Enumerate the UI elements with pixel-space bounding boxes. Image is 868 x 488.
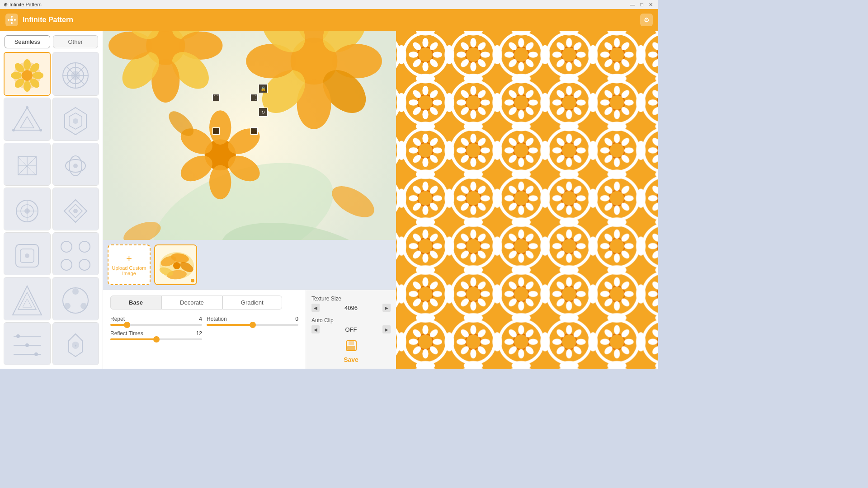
pattern-thumb-10 xyxy=(53,233,99,275)
pattern-thumb-9 xyxy=(4,233,50,275)
pattern-item-3[interactable]: ⊞ 1 P3M1 xyxy=(4,98,51,141)
rotation-value: 0 xyxy=(295,316,298,322)
reflect-times-slider-track[interactable] xyxy=(110,338,202,340)
svg-point-55 xyxy=(25,253,29,258)
minimize-button[interactable]: — xyxy=(628,2,637,8)
handle-topright[interactable] xyxy=(250,94,258,101)
save-button[interactable]: Save xyxy=(311,339,391,363)
tab-gradient[interactable]: Gradient xyxy=(222,296,282,310)
reflect-times-header: Reflect Times 12 xyxy=(110,330,202,337)
pattern-item-4[interactable]: ⚙ 2 P6M xyxy=(52,98,99,141)
canvas-area: 🔒 ↻ + Upload Custom Image xyxy=(103,31,396,369)
pattern-item-6[interactable]: ⊞ 1 PMM xyxy=(52,143,99,186)
image-strip: + Upload Custom Image xyxy=(103,240,396,290)
pattern-thumb-8 xyxy=(53,188,99,230)
close-button[interactable]: ✕ xyxy=(647,2,655,8)
auto-clip-decrease[interactable]: ◀ xyxy=(311,325,320,333)
settings-button[interactable]: ⚙ xyxy=(640,14,653,26)
svg-point-74 xyxy=(16,334,20,338)
rotation-slider-track[interactable] xyxy=(207,324,298,326)
upload-label: Upload Custom Image xyxy=(108,265,150,276)
pattern-thumb-6 xyxy=(53,143,99,186)
controls-main: Base Decorate Gradient Repet 4 xyxy=(103,290,306,369)
pattern-item-5[interactable]: ⊞ 1 P4M xyxy=(4,143,51,186)
reflect-times-value: 12 xyxy=(196,330,202,337)
tab-other[interactable]: Other xyxy=(53,35,99,48)
lock-handle[interactable]: 🔒 xyxy=(259,84,268,93)
canvas-upper: 🔒 ↻ xyxy=(103,31,396,240)
pattern-thumb-11 xyxy=(4,277,50,320)
svg-point-9 xyxy=(33,72,43,79)
maximize-button[interactable]: □ xyxy=(638,2,645,8)
auto-clip-label: Auto Clip xyxy=(311,317,391,324)
app-icon-small: ⊕ xyxy=(4,2,8,8)
rotate-handle[interactable]: ↻ xyxy=(259,108,268,117)
pattern-thumb-5 xyxy=(4,143,50,186)
image-thumb-indicator xyxy=(191,279,194,282)
image-thumbnail-1[interactable] xyxy=(154,244,197,285)
pattern-thumb-13 xyxy=(4,323,50,365)
pattern-item-12[interactable]: ⊞ 4 R I xyxy=(52,277,99,320)
auto-clip-increase[interactable]: ▶ xyxy=(382,325,391,333)
rotation-slider-group: Rotation 0 xyxy=(207,316,298,326)
pattern-grid: ⚙ 1 K I xyxy=(0,48,103,369)
pattern-thumb-12 xyxy=(53,277,99,320)
content-area: Seamless Other xyxy=(0,31,658,369)
texture-size-group: Texture Size ◀ 4096 ▶ xyxy=(311,296,391,312)
titlebar-title: ⊕ Infinite Pattern xyxy=(4,2,42,8)
upload-custom-image-button[interactable]: + Upload Custom Image xyxy=(108,244,151,285)
canvas-image[interactable]: 🔒 ↻ xyxy=(103,31,396,240)
svg-text:✦: ✦ xyxy=(74,344,77,348)
handle-bottomleft[interactable] xyxy=(212,127,220,135)
titlebar-controls[interactable]: — □ ✕ xyxy=(628,2,655,8)
tab-seamless[interactable]: Seamless xyxy=(5,35,50,48)
pattern-item-10[interactable]: ⊞ 2 RM xyxy=(52,232,99,275)
pattern-item-1[interactable]: ⚙ 1 K I xyxy=(4,52,51,96)
svg-point-75 xyxy=(25,343,29,347)
texture-size-decrease[interactable]: ◀ xyxy=(311,304,320,312)
sidebar: Seamless Other xyxy=(0,31,103,369)
texture-size-increase[interactable]: ▶ xyxy=(382,304,391,312)
transform-handles: 🔒 ↻ xyxy=(212,94,258,135)
titlebar: ⊕ Infinite Pattern — □ ✕ xyxy=(0,0,658,9)
handle-topleft[interactable] xyxy=(212,94,220,101)
repet-slider-thumb[interactable] xyxy=(124,322,130,328)
svg-point-27 xyxy=(12,129,15,131)
repet-slider-track[interactable] xyxy=(110,324,202,326)
auto-clip-row: ◀ OFF ▶ xyxy=(311,325,391,333)
svg-point-6 xyxy=(22,70,33,81)
svg-point-119 xyxy=(173,262,180,269)
tab-base[interactable]: Base xyxy=(110,296,161,310)
pattern-thumb-14: ✦ xyxy=(53,323,99,365)
pattern-item-9[interactable]: ⊞ 3 DM III xyxy=(4,232,51,275)
texture-size-row: ◀ 4096 ▶ xyxy=(311,304,391,312)
pattern-item-2[interactable]: ⚙ 2 K II xyxy=(52,52,99,96)
rotation-slider-thumb[interactable] xyxy=(250,322,256,328)
svg-point-3 xyxy=(8,19,9,21)
reflect-times-slider-fill xyxy=(110,338,156,340)
pattern-thumb-3 xyxy=(4,98,50,141)
svg-rect-61 xyxy=(9,282,45,319)
repet-slider-group: Repet 4 xyxy=(110,316,202,326)
titlebar-text: Infinite Pattern xyxy=(9,2,42,7)
save-icon xyxy=(344,339,358,355)
pattern-item-11[interactable]: ⊞ 3 RMP xyxy=(4,277,51,320)
right-panel: Texture Size ◀ 4096 ▶ Auto Clip ◀ OFF ▶ xyxy=(306,290,396,369)
pattern-item-14[interactable]: ✦ ✦ 1 P I xyxy=(52,322,99,365)
svg-point-25 xyxy=(26,106,28,109)
repet-value: 4 xyxy=(199,316,202,322)
rotation-slider-fill xyxy=(207,324,253,326)
gear-icon: ⚙ xyxy=(644,16,650,23)
rotation-header: Rotation 0 xyxy=(207,316,298,322)
controls-tabs-row: Base Decorate Gradient xyxy=(110,296,298,310)
handle-bottomright[interactable] xyxy=(250,127,258,135)
texture-size-label: Texture Size xyxy=(311,296,391,302)
svg-point-67 xyxy=(72,288,79,295)
pattern-item-13[interactable]: ⊞ 5 R II xyxy=(4,322,51,365)
pattern-item-7[interactable]: ⊞ 1 DM I xyxy=(4,188,51,230)
tab-decorate[interactable]: Decorate xyxy=(161,296,222,310)
svg-point-68 xyxy=(80,303,87,309)
pattern-item-8[interactable]: ⊞ 2 DM II xyxy=(52,188,99,230)
app-header: Infinite Pattern ⚙ xyxy=(0,9,658,31)
reflect-times-slider-thumb[interactable] xyxy=(153,336,160,343)
